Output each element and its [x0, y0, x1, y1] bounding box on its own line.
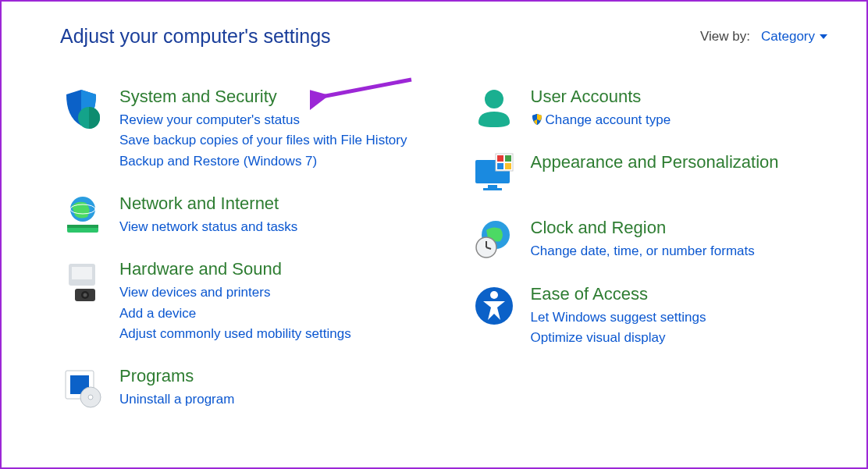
category-network-internet: Network and Internet View network status…: [60, 194, 417, 237]
svg-rect-19: [497, 155, 503, 162]
category-link[interactable]: View network status and tasks: [119, 217, 417, 237]
category-clock-region: Clock and Region Change date, time, or n…: [471, 218, 828, 261]
svg-point-13: [88, 395, 93, 400]
category-link[interactable]: Let Windows suggest settings: [531, 307, 828, 328]
header: Adjust your computer's settings View by:…: [60, 25, 827, 48]
category-title[interactable]: Ease of Access: [531, 284, 828, 304]
category-programs: Programs Uninstall a program: [60, 366, 417, 410]
category-link[interactable]: Change account type: [531, 110, 828, 130]
left-column: System and Security Review your computer…: [60, 87, 417, 432]
viewby-label: View by:: [700, 29, 750, 44]
clock-globe-icon: [471, 218, 517, 261]
shield-icon: [60, 87, 105, 172]
right-column: User Accounts Change account type: [471, 87, 828, 432]
control-panel-frame: Adjust your computer's settings View by:…: [0, 0, 868, 469]
category-link[interactable]: Backup and Restore (Windows 7): [119, 151, 417, 172]
uac-shield-icon: [531, 113, 543, 126]
category-hardware-sound: Hardware and Sound View devices and prin…: [60, 259, 417, 344]
page-title: Adjust your computer's settings: [60, 25, 331, 48]
programs-disc-icon: [60, 366, 105, 410]
svg-rect-17: [483, 188, 502, 190]
svg-point-28: [490, 291, 498, 299]
chevron-down-icon: [820, 34, 827, 39]
category-title[interactable]: Clock and Region: [531, 218, 828, 238]
viewby-group: View by: Category: [700, 29, 827, 44]
viewby-dropdown[interactable]: Category: [761, 29, 827, 44]
category-appearance-personalization: Appearance and Personalization: [471, 152, 828, 196]
category-link[interactable]: View devices and printers: [119, 282, 417, 303]
category-link[interactable]: Adjust commonly used mobility settings: [119, 324, 417, 344]
category-link[interactable]: Add a device: [119, 304, 417, 324]
svg-rect-20: [505, 155, 511, 162]
category-link[interactable]: Save backup copies of your files with Fi…: [119, 130, 417, 151]
category-link[interactable]: Change date, time, or number formats: [531, 241, 828, 261]
category-link[interactable]: Uninstall a program: [119, 389, 417, 410]
monitor-personalization-icon: [471, 152, 517, 196]
svg-point-9: [84, 293, 87, 297]
svg-rect-16: [488, 185, 497, 188]
category-link[interactable]: Review your computer's status: [119, 110, 417, 130]
category-title[interactable]: User Accounts: [531, 87, 828, 107]
category-title[interactable]: Programs: [119, 366, 417, 386]
user-icon: [471, 87, 517, 130]
viewby-value-text: Category: [761, 29, 815, 44]
category-link-text: Change account type: [546, 112, 671, 127]
category-title[interactable]: Hardware and Sound: [119, 259, 417, 279]
accessibility-icon: [471, 284, 517, 349]
svg-rect-22: [505, 163, 511, 169]
category-user-accounts: User Accounts Change account type: [471, 87, 828, 130]
category-title[interactable]: Appearance and Personalization: [531, 152, 828, 172]
svg-rect-4: [67, 225, 98, 228]
category-link[interactable]: Optimize visual display: [531, 328, 828, 348]
categories-grid: System and Security Review your computer…: [60, 87, 827, 432]
category-title[interactable]: System and Security: [119, 87, 417, 107]
svg-point-14: [485, 90, 503, 108]
svg-rect-6: [72, 267, 92, 279]
printer-camera-icon: [60, 259, 105, 344]
svg-rect-21: [497, 163, 503, 169]
category-system-security: System and Security Review your computer…: [60, 87, 417, 172]
globe-network-icon: [60, 194, 105, 237]
category-title[interactable]: Network and Internet: [119, 194, 417, 214]
category-ease-of-access: Ease of Access Let Windows suggest setti…: [471, 284, 828, 349]
